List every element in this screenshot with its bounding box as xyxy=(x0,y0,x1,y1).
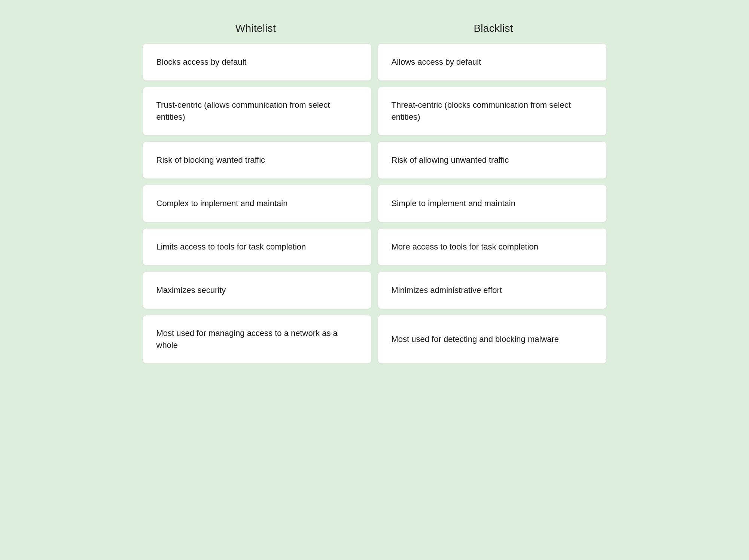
whitelist-card-0: Blocks access by default xyxy=(143,43,372,81)
blacklist-card-1: Threat-centric (blocks communication fro… xyxy=(378,87,607,135)
whitelist-card-text-5: Maximizes security xyxy=(156,284,226,296)
blacklist-card-text-2: Risk of allowing unwanted traffic xyxy=(392,154,509,166)
blacklist-card-2: Risk of allowing unwanted traffic xyxy=(378,141,607,179)
blacklist-card-text-5: Minimizes administrative effort xyxy=(392,284,502,296)
blacklist-card-text-1: Threat-centric (blocks communication fro… xyxy=(392,99,593,123)
blacklist-card-text-3: Simple to implement and maintain xyxy=(392,198,515,209)
blacklist-card-text-4: More access to tools for task completion xyxy=(392,241,539,253)
main-container: Whitelist Blacklist Blocks access by def… xyxy=(139,22,611,364)
whitelist-card-5: Maximizes security xyxy=(143,272,372,309)
blacklist-header: Blacklist xyxy=(380,22,607,34)
blacklist-card-4: More access to tools for task completion xyxy=(378,228,607,266)
whitelist-card-3: Complex to implement and maintain xyxy=(143,185,372,222)
whitelist-card-6: Most used for managing access to a netwo… xyxy=(143,315,372,364)
blacklist-card-text-0: Allows access by default xyxy=(392,56,481,68)
whitelist-card-text-0: Blocks access by default xyxy=(156,56,247,68)
blacklist-card-3: Simple to implement and maintain xyxy=(378,185,607,222)
whitelist-card-1: Trust-centric (allows communication from… xyxy=(143,87,372,135)
blacklist-card-6: Most used for detecting and blocking mal… xyxy=(378,315,607,364)
whitelist-card-2: Risk of blocking wanted traffic xyxy=(143,141,372,179)
column-headers: Whitelist Blacklist xyxy=(139,22,611,34)
whitelist-card-text-1: Trust-centric (allows communication from… xyxy=(156,99,358,123)
whitelist-card-text-4: Limits access to tools for task completi… xyxy=(156,241,306,253)
blacklist-card-0: Allows access by default xyxy=(378,43,607,81)
whitelist-card-text-2: Risk of blocking wanted traffic xyxy=(156,154,265,166)
whitelist-card-4: Limits access to tools for task completi… xyxy=(143,228,372,266)
blacklist-card-5: Minimizes administrative effort xyxy=(378,272,607,309)
blacklist-card-text-6: Most used for detecting and blocking mal… xyxy=(392,333,559,345)
whitelist-card-text-6: Most used for managing access to a netwo… xyxy=(156,327,358,351)
whitelist-card-text-3: Complex to implement and maintain xyxy=(156,198,288,209)
whitelist-header: Whitelist xyxy=(143,22,369,34)
comparison-grid: Blocks access by defaultAllows access by… xyxy=(139,43,611,364)
